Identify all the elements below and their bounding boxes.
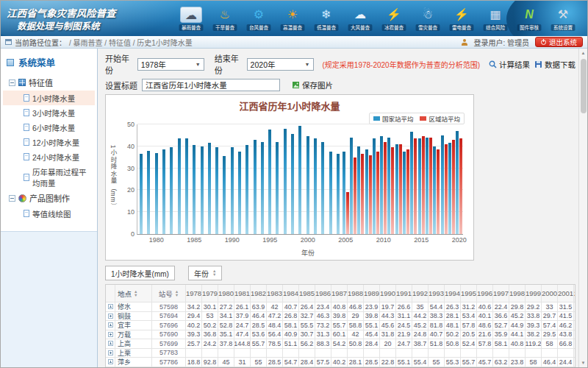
col-header-year-1981[interactable]: 1981	[234, 285, 251, 302]
station-name-cell[interactable]: 莲花	[115, 367, 152, 368]
bar-national-2000[interactable]	[306, 136, 309, 234]
col-header-year-1994[interactable]: 1994	[445, 285, 461, 302]
expand-plus-icon[interactable]	[108, 314, 113, 319]
bar-national-2005[interactable]	[343, 152, 345, 234]
bar-national-1987[interactable]	[208, 143, 211, 234]
start-year-select[interactable]: 1978年 ▼	[137, 58, 204, 71]
expand-plus-icon[interactable]	[108, 350, 113, 355]
bar-regional-2017[interactable]	[437, 149, 440, 234]
save-image-button[interactable]: 保存图片	[292, 79, 333, 91]
row-expand-cell[interactable]	[106, 312, 115, 321]
toolbar-item-snow[interactable]: ☃雪灾普查	[411, 6, 445, 32]
row-expand-cell[interactable]	[106, 321, 115, 330]
station-name-cell[interactable]: 上高	[115, 339, 152, 348]
col-header-year-1989[interactable]: 1989	[364, 285, 380, 302]
station-name-cell[interactable]: 铜鼓	[115, 312, 152, 321]
toolbar-item-hail[interactable]: ⚡冰雹普查	[377, 6, 411, 32]
bar-regional-2018[interactable]	[445, 144, 448, 234]
toolbar-item-map[interactable]: N图件审核	[512, 6, 546, 32]
bar-regional-2015[interactable]	[422, 136, 425, 234]
bar-regional-2012[interactable]	[399, 144, 402, 234]
bar-national-2009[interactable]	[373, 138, 376, 234]
scroll-up-arrow[interactable]: ▲	[579, 49, 587, 57]
bar-national-2004[interactable]	[337, 154, 340, 234]
bar-national-2015[interactable]	[418, 138, 421, 234]
row-expand-cell[interactable]	[106, 358, 115, 367]
row-expand-cell[interactable]	[106, 302, 115, 311]
bar-national-1980[interactable]	[155, 153, 158, 234]
bar-national-2019[interactable]	[448, 143, 451, 234]
bar-regional-2020[interactable]	[459, 138, 462, 234]
station-name-cell[interactable]: 宜丰	[115, 321, 152, 330]
expand-plus-icon[interactable]	[108, 332, 113, 337]
station-name-cell[interactable]: 上栗	[115, 349, 152, 358]
bar-national-1985[interactable]	[193, 145, 196, 234]
col-header-year-1990[interactable]: 1990	[380, 285, 396, 302]
bar-national-1986[interactable]	[201, 146, 204, 234]
calc-result-button[interactable]: 计算结果	[489, 59, 530, 70]
bar-national-1981[interactable]	[162, 149, 165, 234]
sidebar-item-0-1[interactable]: 3小时降水量	[3, 105, 95, 120]
col-header-year-1996[interactable]: 1996	[477, 285, 493, 302]
sidebar-group-0[interactable]: 特征值	[3, 74, 95, 91]
bar-national-1998[interactable]	[291, 134, 294, 234]
bar-national-1996[interactable]	[276, 142, 279, 234]
toolbar-item-heat[interactable]: ♨干旱普查	[208, 6, 242, 32]
expand-plus-icon[interactable]	[108, 322, 113, 328]
col-header-year-1979[interactable]: 1979	[202, 285, 218, 302]
bar-national-1983[interactable]	[178, 138, 181, 234]
bar-national-1999[interactable]	[298, 126, 301, 235]
bar-national-2003[interactable]	[329, 152, 332, 234]
expand-plus-icon[interactable]	[108, 304, 113, 309]
bar-regional-2013[interactable]	[406, 149, 409, 234]
bar-national-2007[interactable]	[357, 146, 360, 234]
chart-title-input[interactable]	[142, 79, 280, 91]
bar-national-1989[interactable]	[223, 156, 226, 234]
bar-national-1992[interactable]	[245, 145, 248, 234]
toolbar-item-wind[interactable]: ☁大风普查	[343, 6, 377, 32]
pivot-measure-box[interactable]: 1小时降水量(mm)	[105, 266, 175, 280]
bar-regional-2007[interactable]	[361, 154, 364, 234]
sidebar-item-0-5[interactable]: 历年暴雨过程平均雨量	[3, 164, 95, 190]
bar-national-2010[interactable]	[380, 136, 383, 234]
breadcrumb[interactable]: / 暴雨普查 / 特征值 / 历史1小时降水量	[69, 37, 193, 48]
expand-plus-icon[interactable]	[108, 359, 113, 364]
toolbar-item-calculator[interactable]: ▦综合风险	[478, 6, 512, 32]
sidebar-item-0-4[interactable]: 24小时降水量	[3, 149, 95, 164]
bar-national-1993[interactable]	[254, 140, 257, 234]
sidebar-group-1[interactable]: 产品图制作	[3, 190, 95, 206]
bar-national-2012[interactable]	[395, 144, 398, 234]
col-header-year-2000[interactable]: 2000	[542, 285, 558, 302]
bar-national-2016[interactable]	[426, 138, 429, 234]
row-expand-cell[interactable]	[106, 339, 115, 348]
bar-national-1978[interactable]	[140, 154, 143, 234]
bar-national-1991[interactable]	[238, 152, 241, 234]
col-header-year-2001[interactable]: 2001	[558, 285, 574, 302]
bar-national-2001[interactable]	[314, 138, 317, 234]
vertical-scrollbar[interactable]: ▲ ▼	[578, 49, 587, 367]
bar-regional-2014[interactable]	[414, 138, 417, 234]
col-header-year-1982[interactable]: 1982	[251, 285, 267, 302]
scroll-down-arrow[interactable]: ▼	[579, 358, 587, 367]
station-name-cell[interactable]: 修水	[115, 302, 152, 311]
toolbar-item-sun[interactable]: ☀高温普查	[276, 6, 309, 32]
toolbar-item-lightning[interactable]: ⚡雷电普查	[445, 6, 478, 32]
bar-national-1982[interactable]	[170, 147, 173, 234]
col-header-year-1998[interactable]: 1998	[509, 285, 526, 302]
col-header-year-1980[interactable]: 1980	[218, 285, 234, 302]
toolbar-item-cyclone[interactable]: ⚙台风普查	[242, 6, 276, 32]
toolbar-item-wrench[interactable]: ⚒系统设置	[546, 6, 580, 32]
col-header-year-1997[interactable]: 1997	[493, 285, 509, 302]
bar-national-2002[interactable]	[321, 142, 324, 234]
bar-regional-2019[interactable]	[452, 140, 455, 234]
col-header-year-2002[interactable]: 2002	[574, 285, 576, 302]
vertical-scrollbar-thumb[interactable]	[581, 59, 587, 113]
col-header-year-1983[interactable]: 1983	[267, 285, 283, 302]
sidebar-item-0-0[interactable]: 1小时降水量	[3, 91, 95, 105]
row-expand-cell[interactable]	[106, 330, 115, 339]
bar-regional-2010[interactable]	[384, 142, 387, 234]
bar-national-1997[interactable]	[284, 129, 287, 234]
end-year-select[interactable]: 2020年 ▼	[247, 58, 314, 71]
col-header-year-1986[interactable]: 1986	[315, 285, 331, 302]
col-header-year-1991[interactable]: 1991	[396, 285, 412, 302]
